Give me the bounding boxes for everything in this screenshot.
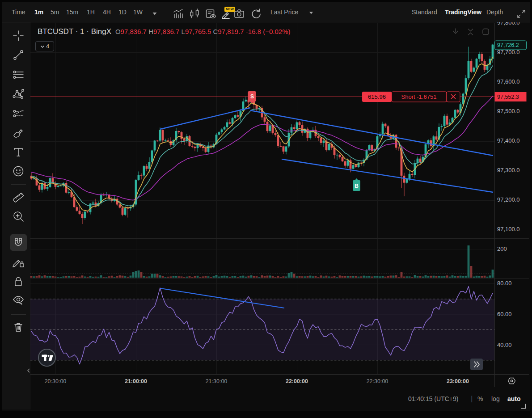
svg-text:97,300.0: 97,300.0 — [497, 167, 520, 173]
svg-text:60.00: 60.00 — [497, 311, 512, 317]
svg-text:97,400.0: 97,400.0 — [497, 137, 520, 144]
svg-text:80.00: 80.00 — [497, 280, 512, 287]
svg-text:615.96: 615.96 — [368, 93, 386, 100]
svg-text:200: 200 — [497, 245, 507, 252]
svg-text:Short -1.6751: Short -1.6751 — [401, 93, 437, 100]
svg-text:40.00: 40.00 — [497, 342, 512, 348]
svg-text:21:00:00: 21:00:00 — [125, 378, 147, 384]
svg-text:97,600.0: 97,600.0 — [497, 78, 520, 85]
svg-text:20:30:00: 20:30:00 — [45, 378, 67, 384]
svg-text:97,552.3: 97,552.3 — [497, 94, 519, 100]
svg-text:21:30:00: 21:30:00 — [206, 378, 228, 384]
svg-text:22:00:00: 22:00:00 — [286, 378, 308, 384]
svg-text:97,500.0: 97,500.0 — [497, 108, 520, 114]
svg-text:97,726.2: 97,726.2 — [497, 42, 519, 48]
svg-text:22:30:00: 22:30:00 — [367, 378, 388, 384]
svg-text:S: S — [250, 93, 254, 100]
svg-text:97,200.0: 97,200.0 — [497, 196, 520, 203]
svg-text:23:00:00: 23:00:00 — [447, 378, 469, 384]
svg-text:B: B — [355, 183, 359, 189]
svg-text:97,100.0: 97,100.0 — [497, 226, 520, 232]
